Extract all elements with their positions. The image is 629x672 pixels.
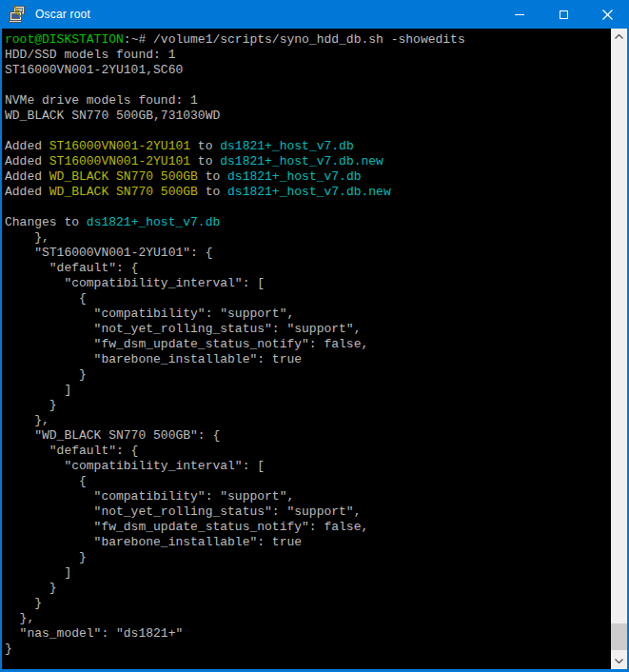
putty-window: Oscar root root@DISKSTATION:~# /volume1/… <box>0 0 629 672</box>
terminal-line: "barebone_installable": true <box>5 535 611 550</box>
terminal-line: ] <box>5 565 611 581</box>
terminal-line <box>5 200 611 215</box>
chevron-up-icon <box>615 34 623 39</box>
terminal-output[interactable]: root@DISKSTATION:~# /volume1/scripts/syn… <box>2 29 611 669</box>
terminal-line <box>5 124 611 139</box>
terminal-line: "compatibility_interval": [ <box>5 459 611 474</box>
terminal-line: "not_yet_rolling_status": "support", <box>5 322 611 337</box>
minimize-icon <box>515 14 524 15</box>
caption-buttons <box>498 0 629 29</box>
terminal-line: "barebone_installable": true <box>5 352 611 367</box>
terminal-line: "ST16000VN001-2YU101": { <box>5 246 611 261</box>
terminal-line: } <box>5 642 611 657</box>
terminal-line: } <box>5 398 611 413</box>
chevron-down-icon <box>615 659 623 663</box>
terminal-line: "not_yet_rolling_status": "support", <box>5 504 611 520</box>
minimize-button[interactable] <box>498 0 541 29</box>
terminal-line: { <box>5 474 611 489</box>
terminal-line: { <box>5 291 611 306</box>
terminal-line: }, <box>5 413 611 428</box>
scrollbar[interactable] <box>611 29 627 669</box>
terminal-line: Added WD_BLACK SN770 500GB to ds1821+_ho… <box>5 185 611 200</box>
terminal-line: "default": { <box>5 261 611 276</box>
maximize-button[interactable] <box>541 0 585 29</box>
close-button[interactable] <box>585 0 629 29</box>
window-body: root@DISKSTATION:~# /volume1/scripts/syn… <box>2 29 627 669</box>
terminal-line: } <box>5 581 611 596</box>
putty-terminal-icon <box>8 5 27 24</box>
terminal-line: Added WD_BLACK SN770 500GB to ds1821+_ho… <box>5 169 611 185</box>
terminal-line: } <box>5 367 611 383</box>
terminal-line: "compatibility": "support", <box>5 306 611 322</box>
terminal-line: ] <box>5 383 611 398</box>
terminal-line: Added ST16000VN001-2YU101 to ds1821+_hos… <box>5 154 611 169</box>
terminal-line: ST16000VN001-2YU101,SC60 <box>5 63 611 78</box>
terminal-line: "nas_model": "ds1821+" <box>5 626 611 642</box>
terminal-line <box>5 78 611 93</box>
window-title: Oscar root <box>35 8 90 21</box>
terminal-line: Changes to ds1821+_host_v7.db <box>5 215 611 230</box>
title-bar[interactable]: Oscar root <box>0 0 629 29</box>
terminal-line: }, <box>5 230 611 246</box>
terminal-line: "compatibility_interval": [ <box>5 276 611 291</box>
terminal-line: "compatibility": "support", <box>5 489 611 504</box>
terminal-line: NVMe drive models found: 1 <box>5 93 611 109</box>
scroll-down-button[interactable] <box>611 653 627 669</box>
terminal-line: "WD_BLACK SN770 500GB": { <box>5 428 611 444</box>
terminal-line: Added ST16000VN001-2YU101 to ds1821+_hos… <box>5 139 611 154</box>
terminal-line: }, <box>5 611 611 626</box>
terminal-lines: root@DISKSTATION:~# /volume1/scripts/syn… <box>5 32 611 657</box>
terminal-line: HDD/SSD models found: 1 <box>5 48 611 63</box>
terminal-line: } <box>5 596 611 611</box>
terminal-line: "fw_dsm_update_status_notify": false, <box>5 520 611 535</box>
terminal-line: "default": { <box>5 444 611 459</box>
scroll-up-button[interactable] <box>611 29 627 45</box>
terminal-line: } <box>5 550 611 565</box>
maximize-icon <box>560 10 568 19</box>
scroll-thumb[interactable] <box>611 623 627 650</box>
terminal-line: "fw_dsm_update_status_notify": false, <box>5 337 611 352</box>
terminal-line: WD_BLACK SN770 500GB,731030WD <box>5 109 611 124</box>
close-icon <box>602 10 613 20</box>
terminal-line: root@DISKSTATION:~# /volume1/scripts/syn… <box>5 32 611 48</box>
